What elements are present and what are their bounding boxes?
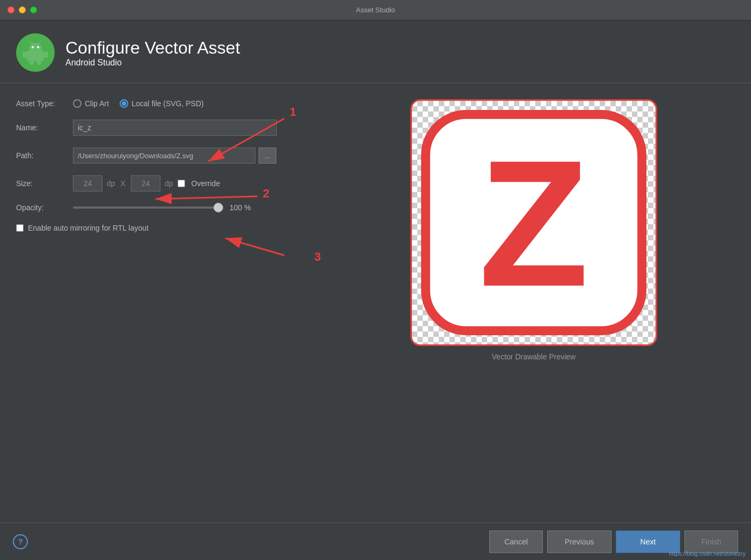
header-text: Configure Vector Asset Android Studio	[65, 38, 240, 68]
path-label: Path:	[16, 151, 64, 160]
form-preview-area: Asset Type: Clip Art Local file (SVG, PS…	[0, 83, 751, 522]
rtl-checkbox[interactable]	[16, 224, 24, 232]
watermark: https://blog.csdn.net/stonezry	[669, 550, 746, 557]
preview-section: Z Vector Drawable Preview	[333, 99, 735, 517]
path-row: Path: ...	[16, 148, 311, 164]
previous-button[interactable]: Previous	[547, 530, 612, 553]
name-label: Name:	[16, 123, 64, 132]
preview-label: Vector Drawable Preview	[492, 352, 576, 361]
finish-button: Finish	[684, 530, 738, 553]
main-content: Configure Vector Asset Android Studio As…	[0, 20, 751, 560]
opacity-row: Opacity: 100 %	[16, 203, 311, 212]
size-unit-2: dp	[165, 179, 173, 188]
close-button[interactable]	[8, 6, 14, 13]
preview-box: Z	[410, 99, 657, 346]
override-checkbox[interactable]	[178, 180, 185, 187]
traffic-lights	[8, 6, 37, 13]
page-title: Configure Vector Asset	[65, 38, 240, 58]
asset-type-radio-group: Clip Art Local file (SVG, PSD)	[73, 99, 204, 108]
opacity-label: Opacity:	[16, 203, 64, 212]
svg-line-7	[39, 41, 41, 43]
size-width-input[interactable]	[73, 175, 102, 191]
opacity-value: 100 %	[230, 203, 251, 212]
asset-type-label: Asset Type:	[16, 99, 64, 108]
svg-text:Z: Z	[478, 123, 588, 324]
android-logo	[16, 33, 55, 72]
size-height-input[interactable]	[131, 175, 160, 191]
android-icon	[23, 40, 48, 65]
clip-art-label: Clip Art	[85, 99, 109, 108]
local-file-label: Local file (SVG, PSD)	[131, 99, 204, 108]
preview-z-icon: Z	[421, 110, 646, 335]
path-input[interactable]	[73, 148, 255, 164]
svg-rect-8	[23, 51, 27, 58]
form-section: Asset Type: Clip Art Local file (SVG, PS…	[16, 99, 311, 517]
path-input-group: ...	[73, 148, 276, 164]
maximize-button[interactable]	[30, 6, 37, 13]
clip-art-radio[interactable]	[73, 99, 82, 108]
window-title: Asset Studio	[356, 6, 395, 14]
help-button[interactable]: ?	[13, 534, 28, 549]
opacity-controls: 100 %	[73, 203, 251, 212]
size-unit-1: dp	[107, 179, 115, 188]
nav-buttons: Cancel Previous Next Finish	[489, 530, 738, 553]
local-file-radio[interactable]	[120, 99, 128, 108]
svg-line-6	[30, 41, 32, 43]
bottom-bar: ? Cancel Previous Next Finish https://bl…	[0, 522, 751, 560]
name-row: Name:	[16, 120, 311, 136]
name-input[interactable]	[73, 120, 277, 136]
page-subtitle: Android Studio	[65, 58, 240, 68]
rtl-label: Enable auto mirroring for RTL layout	[28, 224, 149, 232]
size-inputs: dp X dp Override	[73, 175, 220, 191]
svg-rect-10	[30, 60, 34, 65]
svg-rect-9	[44, 51, 48, 58]
svg-rect-11	[37, 60, 41, 65]
size-row: Size: dp X dp Override	[16, 175, 311, 191]
cancel-button[interactable]: Cancel	[489, 530, 543, 553]
title-bar: Asset Studio	[0, 0, 751, 20]
header-section: Configure Vector Asset Android Studio	[0, 20, 751, 83]
clip-art-option[interactable]: Clip Art	[73, 99, 109, 108]
size-label: Size:	[16, 179, 64, 188]
svg-point-5	[37, 46, 39, 48]
opacity-slider[interactable]	[73, 207, 223, 209]
asset-type-row: Asset Type: Clip Art Local file (SVG, PS…	[16, 99, 311, 108]
svg-point-4	[32, 46, 34, 48]
local-file-option[interactable]: Local file (SVG, PSD)	[120, 99, 204, 108]
override-label: Override	[192, 179, 220, 188]
svg-point-3	[29, 43, 42, 54]
rtl-row: Enable auto mirroring for RTL layout	[16, 224, 311, 232]
minimize-button[interactable]	[19, 6, 26, 13]
browse-button[interactable]: ...	[259, 148, 276, 164]
size-x: X	[121, 179, 126, 188]
next-button[interactable]: Next	[616, 530, 680, 553]
